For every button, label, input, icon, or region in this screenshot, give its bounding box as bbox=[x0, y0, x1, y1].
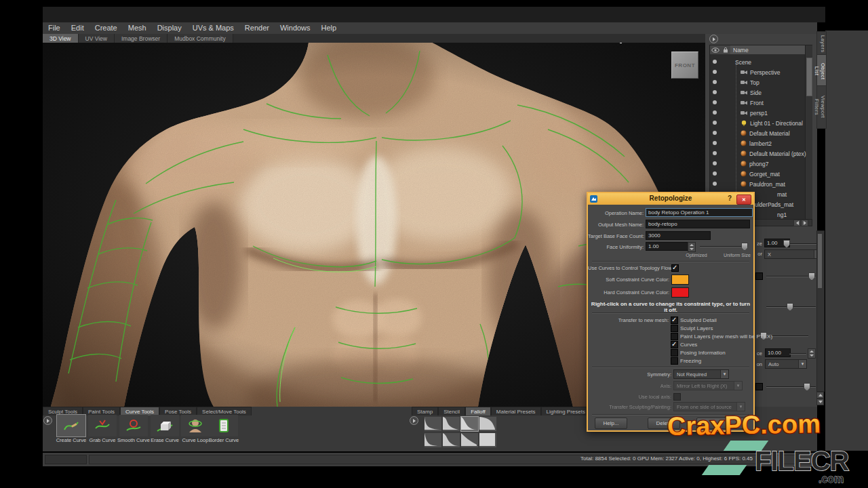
list-item-light01[interactable]: Light 01 - Directional bbox=[741, 119, 803, 127]
transfer-option-checkbox[interactable] bbox=[671, 357, 678, 365]
transfer-option-checkbox[interactable] bbox=[671, 317, 678, 324]
list-item-phong7[interactable]: phong7 bbox=[741, 159, 768, 168]
direction-dropdown[interactable]: Auto bbox=[765, 359, 807, 369]
prop-slider-3-track[interactable] bbox=[768, 336, 808, 337]
list-item-pauldron-mat[interactable]: Pauldron_mat bbox=[741, 180, 785, 188]
uniformity-input[interactable]: 1.00 bbox=[646, 242, 690, 251]
falloff-preset-3[interactable] bbox=[460, 416, 479, 432]
axis-dropdown[interactable]: Mirror Left to Right (X) bbox=[673, 381, 743, 390]
menu-display[interactable]: Display bbox=[152, 22, 187, 34]
falloff-preset-5[interactable] bbox=[424, 432, 442, 448]
list-item-perspective[interactable]: Perspective bbox=[741, 68, 780, 77]
operation-name-input[interactable]: body Retopo Operation 1 bbox=[646, 208, 753, 217]
list-item-lambert2[interactable]: lambert2 bbox=[741, 139, 772, 148]
visibility-dot[interactable] bbox=[713, 110, 717, 115]
falloff-preset-4[interactable] bbox=[479, 416, 497, 432]
menu-windows[interactable]: Windows bbox=[275, 22, 316, 34]
tab-image-browser[interactable]: Image Browser bbox=[115, 34, 167, 43]
uniformity-slider-knob[interactable] bbox=[741, 243, 748, 251]
props-scroll-down[interactable] bbox=[816, 399, 824, 405]
falloff-preset-6[interactable] bbox=[442, 432, 460, 448]
tool-grab-curve[interactable] bbox=[88, 415, 117, 436]
menu-help[interactable]: Help bbox=[316, 22, 342, 34]
transfer-option-checkbox[interactable] bbox=[671, 333, 678, 340]
distance-spinner[interactable] bbox=[808, 348, 816, 359]
tool-erase-curve[interactable] bbox=[151, 415, 179, 436]
tool-border-curve[interactable] bbox=[210, 415, 238, 436]
menu-uvs-maps[interactable]: UVs & Maps bbox=[187, 22, 239, 34]
list-item-gorget-mat[interactable]: Gorget_mat bbox=[741, 169, 780, 178]
menu-edit[interactable]: Edit bbox=[66, 22, 90, 34]
distance-field[interactable]: 10.00 bbox=[765, 348, 791, 357]
list-item-default-material-ptex[interactable]: Default Material (ptex) bbox=[741, 149, 806, 158]
falloff-preset-2[interactable] bbox=[442, 416, 460, 432]
face-count-input[interactable]: 3000 bbox=[646, 231, 711, 240]
tab-uv-view[interactable]: UV View bbox=[79, 34, 115, 43]
scrollbar-thumb[interactable] bbox=[806, 58, 812, 96]
prop-toggle-1[interactable] bbox=[755, 272, 763, 280]
visibility-dot[interactable] bbox=[713, 171, 717, 176]
view-cube-gizmo[interactable]: FRONT bbox=[671, 52, 698, 79]
symmetry-dropdown[interactable]: Not Required bbox=[673, 369, 729, 379]
visibility-dot[interactable] bbox=[713, 151, 717, 155]
tab-falloff[interactable]: Falloff bbox=[465, 407, 491, 415]
tab-mudbox-community[interactable]: Mudbox Community bbox=[167, 34, 233, 43]
dialog-titlebar[interactable]: Retopologize ? ✕ bbox=[588, 193, 753, 205]
falloff-preset-7[interactable] bbox=[460, 432, 479, 448]
list-item-scene[interactable]: Scene bbox=[735, 58, 751, 66]
tool-tray-expand-button[interactable] bbox=[43, 416, 52, 425]
visibility-dot[interactable] bbox=[713, 182, 717, 186]
visibility-dot[interactable] bbox=[713, 100, 717, 104]
panel-collapse-button[interactable] bbox=[709, 35, 718, 43]
local-axis-checkbox[interactable] bbox=[673, 393, 681, 401]
side-tab-layers[interactable]: Layers bbox=[816, 31, 827, 57]
lock-header-button[interactable] bbox=[720, 45, 731, 54]
dialog-help-button[interactable]: ? bbox=[725, 195, 734, 203]
use-curves-checkbox[interactable] bbox=[671, 264, 679, 272]
falloff-preset-1[interactable] bbox=[424, 416, 442, 432]
menu-render[interactable]: Render bbox=[239, 22, 275, 34]
visibility-dot[interactable] bbox=[713, 90, 717, 94]
list-item-partial-3[interactable]: ng1 bbox=[777, 210, 787, 219]
scroll-left-button[interactable] bbox=[793, 220, 801, 226]
visibility-dot[interactable] bbox=[713, 121, 717, 125]
visibility-dot[interactable] bbox=[713, 80, 717, 84]
list-item-partial-2[interactable]: ulderPads_mat bbox=[755, 200, 793, 209]
props-scrollbar[interactable] bbox=[816, 230, 825, 392]
output-mesh-input[interactable]: body-retopo bbox=[646, 220, 750, 228]
visibility-dot[interactable] bbox=[713, 131, 717, 135]
preset-tray-expand-button[interactable] bbox=[410, 416, 418, 425]
props-scroll-up[interactable] bbox=[816, 392, 824, 399]
tab-stamp[interactable]: Stamp bbox=[412, 407, 438, 415]
side-tab-object-list[interactable]: Object List bbox=[816, 54, 827, 88]
tool-curve-loop[interactable] bbox=[181, 415, 210, 436]
visibility-dot[interactable] bbox=[713, 141, 717, 145]
props-scrollbar-thumb[interactable] bbox=[818, 234, 822, 288]
visibility-dot[interactable] bbox=[713, 70, 717, 74]
list-item-persp1[interactable]: persp1 bbox=[741, 108, 768, 117]
list-item-top[interactable]: Top bbox=[741, 78, 760, 87]
list-item-partial-1[interactable]: mat bbox=[777, 190, 787, 199]
falloff-preset-8[interactable] bbox=[479, 432, 497, 448]
list-item-default-material[interactable]: Default Material bbox=[741, 129, 790, 138]
transfer-option-checkbox[interactable] bbox=[671, 325, 678, 332]
transfer-option-checkbox[interactable] bbox=[671, 341, 678, 348]
transfer-option-checkbox[interactable] bbox=[671, 349, 678, 357]
mirror-dropdown[interactable]: X bbox=[764, 249, 823, 259]
tab-material-presets[interactable]: Material Presets bbox=[491, 407, 541, 415]
help-button[interactable]: Help... bbox=[595, 418, 627, 429]
uniformity-spinner[interactable] bbox=[688, 242, 696, 252]
hard-color-swatch[interactable] bbox=[671, 287, 689, 298]
dialog-close-button[interactable]: ✕ bbox=[736, 195, 751, 205]
scroll-right-button[interactable] bbox=[801, 220, 808, 226]
menu-create[interactable]: Create bbox=[90, 22, 123, 34]
soft-color-swatch[interactable] bbox=[671, 274, 689, 285]
visibility-header-button[interactable] bbox=[710, 45, 721, 54]
list-scrollbar-vertical[interactable] bbox=[805, 45, 812, 225]
name-column-header[interactable]: Name bbox=[730, 45, 808, 54]
list-item-front[interactable]: Front bbox=[741, 98, 764, 107]
uniformity-slider-track[interactable] bbox=[700, 246, 745, 247]
menu-mesh[interactable]: Mesh bbox=[123, 22, 152, 34]
menu-file[interactable]: File bbox=[43, 22, 66, 34]
tab-lighting-presets[interactable]: Lighting Presets bbox=[541, 407, 591, 415]
